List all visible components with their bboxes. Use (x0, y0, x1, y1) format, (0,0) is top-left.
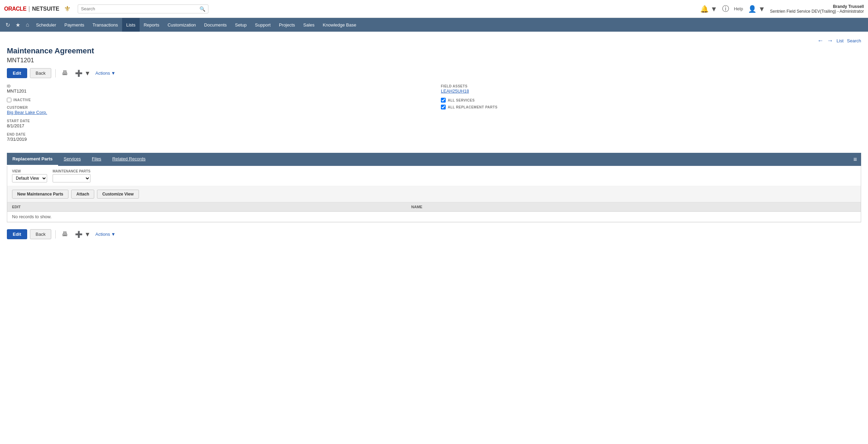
tab-related-records[interactable]: Related Records (107, 153, 151, 166)
tabs-collapse-icon[interactable]: ≡ (849, 153, 861, 166)
empty-row: No records to show. (7, 212, 861, 222)
actions-button[interactable]: Actions ▼ (95, 71, 116, 76)
prev-arrow[interactable]: ← (817, 37, 824, 44)
netsuite-icon: ⚜ (64, 4, 71, 13)
tab-files[interactable]: Files (86, 153, 107, 166)
view-select[interactable]: Default View (12, 174, 47, 182)
col-edit: EDIT (7, 202, 406, 212)
help-icon[interactable]: ⓘ (722, 4, 729, 13)
top-right-area: 🔔 ▼ ⓘ Help 👤 ▼ Brandy Trussell Sentrien … (700, 4, 864, 14)
all-services-checkbox[interactable] (441, 98, 446, 103)
field-assets-field: FIELD ASSETS LEAH25UH18 (441, 84, 861, 94)
customer-value[interactable]: Big Bear Lake Corp. (7, 110, 427, 115)
start-date-field: START DATE 8/1/2017 (7, 119, 427, 128)
actions-label: Actions (95, 71, 110, 76)
btn-divider (55, 69, 56, 77)
all-services-label: ALL SERVICES (448, 98, 475, 102)
bottom-back-button[interactable]: Back (30, 229, 52, 239)
bottom-print-button[interactable]: 🖶 (60, 230, 70, 239)
bottom-edit-button[interactable]: Edit (7, 229, 27, 239)
print-button[interactable]: 🖶 (60, 69, 70, 77)
field-assets-label: FIELD ASSETS (441, 84, 861, 88)
user-area: Brandy Trussell Sentrien Field Service D… (770, 4, 864, 14)
field-assets-link[interactable]: LEAH25UH18 (441, 88, 469, 94)
sublist-area: VIEW Default View MAINTENANCE PARTS New … (7, 166, 861, 222)
table-header: EDIT NAME (7, 202, 861, 212)
tab-services[interactable]: Services (58, 153, 86, 166)
inactive-label: INACTIVE (13, 98, 31, 102)
id-field: ID MNT1201 (7, 84, 427, 94)
nav-sales[interactable]: Sales (299, 18, 319, 32)
nav-support[interactable]: Support (251, 18, 275, 32)
view-label: VIEW (12, 169, 47, 173)
nav-reports[interactable]: Reports (140, 18, 164, 32)
fields-left: ID MNT1201 INACTIVE CUSTOMER Big Bear La… (7, 84, 427, 146)
help-link[interactable]: Help (734, 6, 743, 11)
nav-projects[interactable]: Projects (275, 18, 299, 32)
inactive-row: INACTIVE (7, 98, 427, 102)
back-button[interactable]: Back (30, 68, 52, 78)
page-title: Maintenance Agreement (7, 46, 861, 55)
inactive-checkbox[interactable] (7, 98, 11, 102)
sublist-controls: VIEW Default View MAINTENANCE PARTS (7, 166, 861, 186)
customize-view-button[interactable]: Customize View (97, 190, 139, 199)
user-name: Brandy Trussell (770, 4, 864, 9)
all-replacement-parts-checkbox[interactable] (441, 105, 446, 109)
attach-button[interactable]: Attach (71, 190, 94, 199)
nav-transactions[interactable]: Transactions (88, 18, 122, 32)
field-assets-value[interactable]: LEAH25UH18 (441, 88, 861, 94)
view-control: VIEW Default View (12, 169, 47, 182)
nav-documents[interactable]: Documents (200, 18, 231, 32)
top-btn-row: Edit Back 🖶 ➕ ▼ Actions ▼ (7, 68, 861, 78)
sublist-table: EDIT NAME No records to show. (7, 202, 861, 222)
tab-replacement-parts[interactable]: Replacement Parts (7, 153, 58, 166)
search-input[interactable] (81, 6, 199, 11)
notifications-icon[interactable]: 🔔 ▼ (700, 5, 717, 13)
start-date-label: START DATE (7, 119, 427, 123)
search-link[interactable]: Search (847, 38, 861, 43)
sublist-btns: New Maintenance Parts Attach Customize V… (7, 186, 861, 202)
empty-message: No records to show. (7, 212, 861, 222)
list-link[interactable]: List (837, 38, 844, 43)
bottom-actions-chevron: ▼ (111, 232, 116, 237)
actions-chevron: ▼ (111, 71, 116, 76)
start-date-value: 8/1/2017 (7, 123, 427, 128)
nav-customization[interactable]: Customization (163, 18, 200, 32)
top-nav-row: ← → List Search (7, 37, 861, 44)
nav-bar: ↻ ★ ⌂ Scheduler Payments Transactions Li… (0, 18, 868, 32)
nav-lists[interactable]: Lists (122, 18, 140, 32)
id-label: ID (7, 84, 427, 88)
all-replacement-parts-row: ALL REPLACEMENT PARTS (441, 105, 861, 109)
next-arrow[interactable]: → (827, 37, 833, 44)
edit-button[interactable]: Edit (7, 68, 27, 78)
history-icon[interactable]: ↻ (3, 22, 13, 28)
bottom-add-icon-button[interactable]: ➕ ▼ (73, 230, 93, 239)
nav-payments[interactable]: Payments (60, 18, 88, 32)
user-icon[interactable]: 👤 ▼ (748, 5, 765, 13)
new-maintenance-parts-button[interactable]: New Maintenance Parts (12, 190, 68, 199)
bottom-btn-divider (55, 230, 56, 239)
fields-section: ID MNT1201 INACTIVE CUSTOMER Big Bear La… (7, 84, 861, 146)
logo-separator: | (29, 5, 30, 12)
tabs-section: Replacement Parts Services Files Related… (7, 153, 861, 166)
search-icon: 🔍 (199, 6, 205, 12)
bottom-actions-label: Actions (95, 232, 110, 237)
nav-knowledge-base[interactable]: Knowledge Base (318, 18, 360, 32)
home-icon[interactable]: ⌂ (23, 22, 32, 28)
id-value: MNT1201 (7, 88, 427, 94)
bottom-btn-row: Edit Back 🖶 ➕ ▼ Actions ▼ (7, 229, 861, 239)
end-date-value: 7/31/2019 (7, 137, 427, 142)
customer-field: CUSTOMER Big Bear Lake Corp. (7, 106, 427, 115)
favorites-icon[interactable]: ★ (13, 22, 23, 28)
add-icon-button[interactable]: ➕ ▼ (73, 69, 93, 78)
all-services-row: ALL SERVICES (441, 98, 861, 103)
table-body: No records to show. (7, 212, 861, 222)
search-bar[interactable]: 🔍 (78, 4, 208, 13)
user-org: Sentrien Field Service DEV(Trailing) - A… (770, 9, 864, 14)
maintenance-parts-select[interactable] (53, 174, 90, 182)
customer-link[interactable]: Big Bear Lake Corp. (7, 110, 47, 115)
nav-setup[interactable]: Setup (231, 18, 251, 32)
bottom-actions-button[interactable]: Actions ▼ (95, 232, 116, 237)
logo-area: ORACLE | NETSUITE ⚜ (4, 4, 71, 13)
nav-scheduler[interactable]: Scheduler (32, 18, 61, 32)
